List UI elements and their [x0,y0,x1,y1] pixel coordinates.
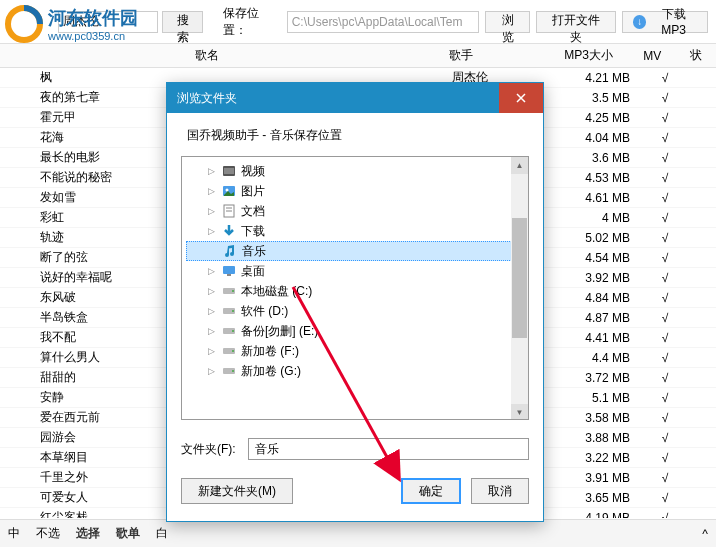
expand-icon[interactable]: ▷ [206,166,217,177]
file-size: 5.1 MB [560,391,640,405]
mv-check: √ [640,471,690,485]
site-logo: 河东软件园 www.pc0359.cn [0,0,142,48]
file-size: 4.4 MB [560,351,640,365]
tree-label: 视频 [241,163,265,180]
tree-item-drive[interactable]: ▷ 软件 (D:) [186,301,524,321]
tree-item-video[interactable]: ▷ 视频 [186,161,524,181]
logo-url: www.pc0359.cn [48,30,138,42]
tree-item-drive[interactable]: ▷ 本地磁盘 (C:) [186,281,524,301]
svg-point-17 [232,350,234,352]
download-label: 下载MP3 [650,6,697,37]
header-song[interactable]: 歌名 [0,47,373,64]
expand-icon[interactable]: ▷ [206,306,217,317]
mv-check: √ [640,131,690,145]
ok-button[interactable]: 确定 [401,478,461,504]
tree-item-download[interactable]: ▷ 下载 [186,221,524,241]
tree-item-pics[interactable]: ▷ 图片 [186,181,524,201]
expand-icon[interactable]: ▷ [206,186,217,197]
drive-icon [221,363,237,379]
scroll-up-icon[interactable]: ▲ [511,157,528,174]
scroll-down-icon[interactable]: ▼ [511,404,528,420]
mv-check: √ [640,151,690,165]
save-path-input[interactable] [287,11,480,33]
tree-scrollbar[interactable]: ▲ ▼ [511,157,528,420]
file-size: 3.6 MB [560,151,640,165]
expand-icon[interactable]: ▷ [206,266,217,277]
desktop-icon [221,263,237,279]
tree-item-drive[interactable]: ▷ 新加卷 (F:) [186,341,524,361]
tree-label: 下载 [241,223,265,240]
file-size: 3.88 MB [560,431,640,445]
cancel-button[interactable]: 取消 [471,478,529,504]
expand-icon[interactable] [207,246,218,257]
expand-icon[interactable]: ▷ [206,286,217,297]
file-size: 3.5 MB [560,91,640,105]
svg-point-19 [232,370,234,372]
caret-icon[interactable]: ^ [702,527,708,541]
mv-check: √ [640,111,690,125]
file-size: 3.22 MB [560,451,640,465]
dialog-title-text: 浏览文件夹 [177,90,237,107]
expand-icon[interactable]: ▷ [206,366,217,377]
file-size: 4.84 MB [560,291,640,305]
svg-point-13 [232,310,234,312]
search-button[interactable]: 搜索 [162,11,203,33]
file-size: 3.92 MB [560,271,640,285]
expand-icon[interactable]: ▷ [206,346,217,357]
header-size[interactable]: MP3大小 [549,47,627,64]
download-mp3-button[interactable]: ↓ 下载MP3 [622,11,708,33]
browse-folder-dialog: 浏览文件夹 国乔视频助手 - 音乐保存位置 ▷ 视频▷ 图片▷ 文档▷ 下载 音… [166,82,544,522]
scroll-thumb[interactable] [512,218,527,338]
mv-check: √ [640,351,690,365]
mv-check: √ [640,211,690,225]
expand-icon[interactable]: ▷ [206,206,217,217]
save-location-label: 保存位置： [223,5,281,39]
music-icon [222,243,238,259]
tree-item-desktop[interactable]: ▷ 桌面 [186,261,524,281]
file-size: 4.61 MB [560,191,640,205]
file-size: 4.53 MB [560,171,640,185]
mv-check: √ [640,191,690,205]
header-mv[interactable]: MV [628,49,677,63]
mv-check: √ [640,511,690,519]
mv-check: √ [640,431,690,445]
tree-item-drive[interactable]: ▷ 备份[勿删] (E:) [186,321,524,341]
select-action[interactable]: 选择 [76,525,100,542]
open-folder-button[interactable]: 打开文件夹 [536,11,616,33]
mv-check: √ [640,91,690,105]
drive-icon [221,303,237,319]
file-size: 3.72 MB [560,371,640,385]
mv-check: √ [640,491,690,505]
svg-point-11 [232,290,234,292]
tree-label: 新加卷 (G:) [241,363,301,380]
mv-check: √ [640,71,690,85]
close-button[interactable] [499,83,543,113]
file-size: 4.25 MB [560,111,640,125]
select-none[interactable]: 不选 [36,525,60,542]
header-status[interactable]: 状 [677,47,716,64]
file-size: 4.87 MB [560,311,640,325]
file-size: 3.65 MB [560,491,640,505]
tree-item-docs[interactable]: ▷ 文档 [186,201,524,221]
svg-point-15 [232,330,234,332]
file-size: 3.58 MB [560,411,640,425]
header-artist[interactable]: 歌手 [373,47,549,64]
svg-rect-2 [224,168,234,174]
mv-check: √ [640,331,690,345]
mv-check: √ [640,451,690,465]
tree-item-music[interactable]: 音乐 [186,241,524,261]
folder-tree[interactable]: ▷ 视频▷ 图片▷ 文档▷ 下载 音乐▷ 桌面▷ 本地磁盘 (C:)▷ 软件 (… [181,156,529,420]
select-all[interactable]: 中 [8,525,20,542]
songlist[interactable]: 歌单 [116,525,140,542]
new-folder-button[interactable]: 新建文件夹(M) [181,478,293,504]
expand-icon[interactable]: ▷ [206,326,217,337]
tree-label: 图片 [241,183,265,200]
tree-label: 备份[勿删] (E:) [241,323,318,340]
browse-button[interactable]: 浏览 [485,11,530,33]
mv-check: √ [640,251,690,265]
folder-name-input[interactable] [248,438,529,460]
white[interactable]: 白 [156,525,168,542]
tree-item-drive[interactable]: ▷ 新加卷 (G:) [186,361,524,381]
expand-icon[interactable]: ▷ [206,226,217,237]
mv-check: √ [640,311,690,325]
